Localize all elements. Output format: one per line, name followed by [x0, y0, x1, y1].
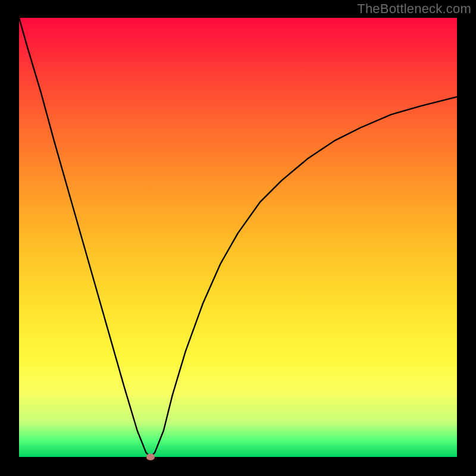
chart-frame: TheBottleneck.com	[0, 0, 476, 476]
bottleneck-curve	[19, 18, 457, 457]
attribution-label: TheBottleneck.com	[357, 1, 471, 17]
min-marker	[146, 454, 155, 461]
plot-area	[19, 18, 457, 457]
